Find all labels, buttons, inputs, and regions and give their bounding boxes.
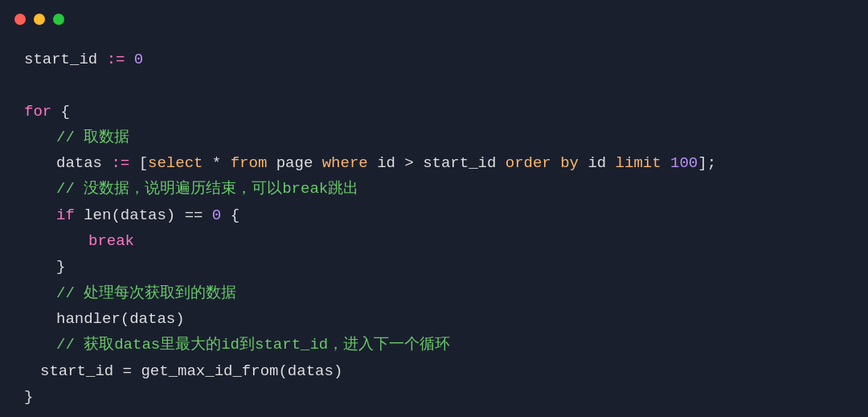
- close-button[interactable]: [14, 14, 26, 25]
- window: start_id := 0 for { // 取数据 datas := [sel…: [0, 0, 868, 417]
- code-line-14: }: [24, 384, 844, 410]
- code-line-4: // 取数据: [24, 125, 844, 150]
- code-line-12: // 获取datas里最大的id到start_id，进入下一个循环: [24, 332, 844, 358]
- code-line-13: start_id = get_max_id_from(datas): [24, 358, 844, 384]
- maximize-button[interactable]: [53, 14, 64, 25]
- code-editor: start_id := 0 for { // 取数据 datas := [sel…: [0, 39, 868, 417]
- code-line-11: handler(datas): [24, 306, 844, 332]
- code-line-6: // 没数据，说明遍历结束，可以break跳出: [24, 176, 844, 202]
- code-line-9: }: [24, 254, 844, 280]
- code-line-5: datas := [select * from page where id > …: [24, 150, 844, 176]
- code-line-3: for {: [24, 99, 844, 125]
- code-line-1: start_id := 0: [24, 47, 844, 72]
- titlebar: [0, 0, 868, 39]
- minimize-button[interactable]: [34, 14, 45, 25]
- code-line-7: if len(datas) == 0 {: [24, 202, 844, 228]
- code-line-8: break: [24, 228, 844, 254]
- code-line-10: // 处理每次获取到的数据: [24, 280, 844, 306]
- code-line-2: [24, 72, 844, 98]
